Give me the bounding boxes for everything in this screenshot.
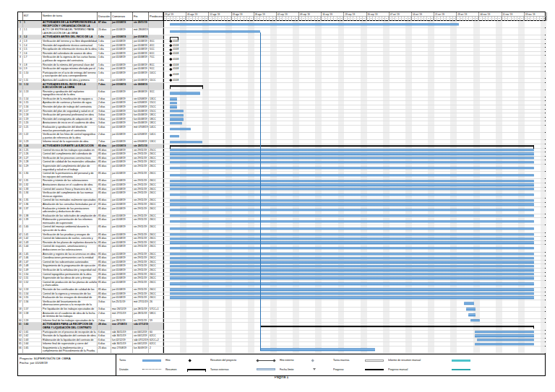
table-row[interactable]: 301.29Supervisión del cumplimiento del p… [18, 165, 545, 172]
gantt-task-bar[interactable] [170, 273, 534, 275]
cell-duration: 85 días [98, 214, 111, 218]
gantt-task-bar[interactable] [170, 209, 534, 211]
gantt-task-bar[interactable] [170, 265, 534, 267]
cell-id: 34 [18, 188, 23, 191]
gantt-task-bar[interactable] [170, 135, 179, 137]
gantt-task-bar[interactable] [468, 313, 476, 315]
summary-row[interactable]: 131.12ACTIVIDADES EN EL INICIO DE LA EJE… [18, 83, 545, 90]
gantt-task-bar[interactable] [170, 118, 184, 120]
gantt-task-bar[interactable] [170, 161, 534, 163]
gantt-task-bar[interactable] [170, 283, 534, 285]
cell-predecessors: 26CC [149, 273, 163, 276]
summary-row[interactable]: 11ACTIVIDADES DE LA SUPERVISIÓN EN LA RE… [18, 21, 545, 28]
gantt-task-bar[interactable] [170, 114, 184, 116]
gantt-task-bar[interactable] [170, 149, 534, 151]
gantt-task-bar[interactable] [170, 227, 534, 230]
timeline-cell [163, 133, 546, 139]
gantt-task-bar[interactable] [170, 110, 184, 112]
gantt-task-bar[interactable] [464, 302, 474, 305]
cell-task-name: Control del manejo ambiental durante la … [42, 225, 98, 232]
gantt-task-bar[interactable] [170, 184, 534, 186]
table-row[interactable]: 111.10Participación en el acto de entreg… [18, 71, 545, 79]
gantt-milestone[interactable]: 01/08 [170, 58, 178, 60]
gantt-task-bar[interactable] [170, 277, 534, 279]
cell-task-name: Revisión del expediente técnico contract… [42, 44, 98, 48]
table-row[interactable]: 311.30Control de la permanencia del pers… [18, 172, 545, 179]
gantt-summary-bar[interactable] [170, 146, 534, 147]
gantt-milestone[interactable]: 01/08 [170, 53, 178, 55]
gantt-summary-bar[interactable] [260, 326, 534, 327]
gantt-task-bar[interactable] [170, 241, 534, 243]
gantt-task-bar[interactable] [170, 141, 202, 143]
gantt-task-bar[interactable] [475, 335, 534, 337]
gantt-task-bar[interactable] [170, 92, 200, 95]
gantt-task-bar[interactable] [170, 23, 459, 25]
gantt-milestone[interactable]: 01/08 [170, 74, 178, 76]
gantt-milestone[interactable]: 01/08 [170, 40, 178, 43]
gantt-task-bar[interactable] [170, 233, 534, 235]
table-row[interactable]: 661.65Seguimiento a la implementación y … [18, 347, 545, 354]
gantt-task-bar[interactable] [260, 349, 375, 351]
cell-wbs: 1.34 [23, 191, 42, 198]
gantt-task-bar[interactable] [170, 292, 534, 295]
cell-wbs: 1 [23, 21, 42, 27]
gantt-task-bar[interactable] [170, 220, 534, 222]
gantt-task-bar[interactable] [170, 174, 534, 176]
table-row[interactable]: 141.13Revisión y aprobación del replante… [18, 90, 545, 97]
gantt-task-bar[interactable] [477, 339, 534, 341]
table-row[interactable]: 401.39Elaboración y presentación de los … [18, 218, 545, 225]
gantt-task-bar[interactable] [170, 247, 534, 249]
gantt-task-bar[interactable] [170, 199, 534, 201]
gantt-task-bar[interactable] [170, 128, 191, 130]
table-row[interactable]: 451.44Control de reajustes, amortizacion… [18, 245, 545, 252]
gantt-task-bar[interactable] [170, 193, 534, 196]
cell-wbs: 1.33 [23, 188, 42, 191]
gantt-task-bar[interactable] [170, 269, 534, 271]
gantt-task-bar[interactable] [170, 157, 534, 159]
gantt-task-bar[interactable] [170, 297, 534, 299]
gantt-task-bar[interactable] [170, 253, 534, 255]
gantt-milestone[interactable]: 01/08 [170, 48, 178, 51]
table-row[interactable]: 591.58Anotación en el cuaderno de obra d… [18, 312, 545, 319]
gantt-task-bar[interactable] [170, 102, 177, 104]
table-row[interactable]: 21.1ACTO DE ENTREGA DEL TERRENO PARA LA … [18, 28, 545, 35]
gantt-task-bar[interactable] [170, 257, 534, 259]
gantt-task-bar[interactable] [466, 308, 476, 310]
table-row[interactable]: 531.52Control de producción de las plant… [18, 281, 545, 288]
gantt-task-bar[interactable] [170, 167, 534, 169]
summary-row[interactable]: 611.60ACTIVIDADES PARA LA RECEPCIÓN DE O… [18, 323, 545, 330]
gantt-task-bar[interactable] [170, 261, 534, 263]
gantt-task-bar[interactable] [170, 180, 534, 182]
gantt-task-bar[interactable] [170, 106, 177, 108]
cell-task-name: Seguimiento a la implementación y cumpli… [42, 347, 98, 353]
gantt-summary-bar[interactable] [170, 85, 203, 87]
gantt-summary-bar[interactable] [170, 37, 178, 38]
gantt-task-bar[interactable] [170, 204, 534, 206]
table-row[interactable]: 81.7Verificación de la vigencia de las c… [18, 56, 545, 63]
cell-wbs: 1.64 [23, 342, 42, 346]
gantt-milestone[interactable]: 01/08 [170, 44, 178, 46]
table-row[interactable]: 411.40Control del manejo ambiental duran… [18, 225, 545, 232]
gantt-task-bar[interactable] [475, 331, 534, 333]
table-row[interactable]: 571.56Verificación del levantamiento de … [18, 300, 545, 308]
gantt-milestone[interactable]: 01/08 [170, 79, 178, 82]
gantt-task-bar[interactable] [170, 97, 177, 100]
gantt-task-bar[interactable] [170, 214, 534, 217]
gantt-task-bar[interactable] [170, 188, 534, 190]
table-row[interactable]: 381.37Evaluación y trámite de las presta… [18, 207, 545, 214]
gantt-task-bar[interactable] [170, 289, 534, 291]
gantt-task-bar[interactable] [170, 30, 260, 32]
gantt-milestone[interactable]: 01/08 [170, 64, 178, 66]
table-row[interactable]: 221.21Evaluación y aprobación del diseño… [18, 126, 545, 133]
gantt-task-bar[interactable] [170, 153, 534, 155]
gantt-task-bar[interactable] [475, 343, 534, 345]
gantt-task-bar[interactable] [470, 319, 480, 321]
gantt-task-bar[interactable] [170, 122, 182, 124]
gantt-milestone[interactable]: 01/08 [170, 68, 178, 70]
gantt-task-bar[interactable] [170, 238, 534, 240]
table-row[interactable]: 231.22Verificación de los hitos de contr… [18, 133, 545, 140]
cell-predecessors [149, 21, 163, 27]
cell-duration: 85 días [98, 256, 111, 260]
milestone-diamond-icon [169, 73, 172, 76]
table-row[interactable]: 351.34Verificación del cumplimiento de l… [18, 191, 545, 199]
